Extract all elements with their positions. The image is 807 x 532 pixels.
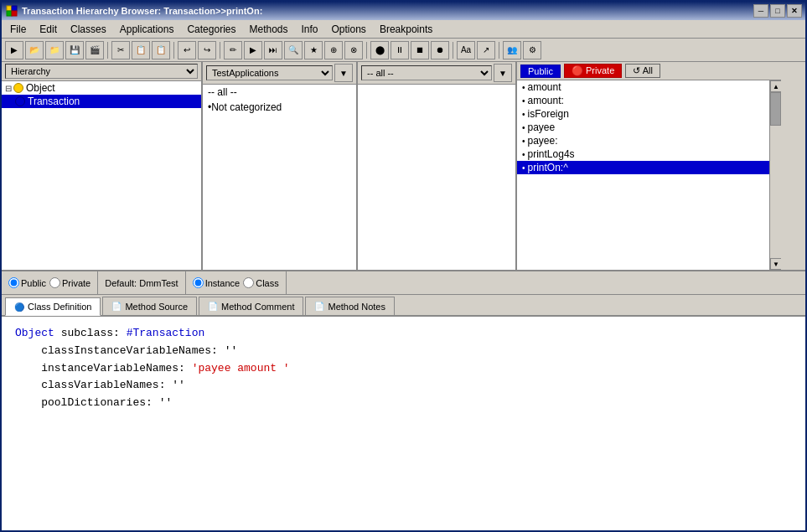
toolbar-btn-1[interactable]: ▶ [5,41,23,59]
toolbar-btn-3[interactable]: 📁 [45,41,64,59]
category-item-uncategorized[interactable]: •Not categorized [203,100,356,115]
menu-item-applications[interactable]: Applications [113,22,181,37]
method-item[interactable]: •payee: [517,134,769,147]
private-radio[interactable]: Private [49,277,91,288]
toolbar-btn-17[interactable]: ⊗ [344,41,363,59]
all-btn[interactable]: ↺ All [625,64,660,78]
window-controls: ─ □ ✕ [753,4,802,18]
menu-item-info[interactable]: Info [295,22,325,37]
class-radio[interactable]: Class [243,277,279,288]
menu-item-categories[interactable]: Categories [180,22,242,37]
toolbar-btn-12[interactable]: ▶ [244,41,262,59]
method-bullet: • [522,163,525,173]
code-line-5: poolDictionaries: '' [15,395,792,412]
methods-dropdown[interactable]: -- all -- [361,65,492,80]
toolbar-btn-24[interactable]: 👥 [503,41,521,59]
method-label: payee: [528,135,558,147]
toolbar: ▶ 📂 📁 💾 🎬 ✂ 📋 📋 ↩ ↪ ✏ ▶ ⏭ 🔍 ★ ⊕ ⊗ ⬤ ⏸ ⏹ … [2,39,805,62]
instance-radio[interactable]: Instance [193,277,241,288]
code-classinstance: classInstanceVariableNames: [15,344,225,357]
toolbar-btn-20[interactable]: ⏹ [411,41,429,59]
categories-dropdown[interactable]: TestApplications [206,65,333,80]
expand-icon: ⊟ [5,84,12,93]
public-btn[interactable]: Public [520,65,561,78]
menu-item-edit[interactable]: Edit [33,22,64,37]
toolbar-btn-6[interactable]: ✂ [111,41,130,59]
minimize-button[interactable]: ─ [753,4,768,18]
tab-method-notes[interactable]: 📄 Method Notes [305,297,394,315]
tree-panel: Hierarchy ⊟ Object Transaction [2,62,203,270]
right-scrollbar[interactable]: ▲ ▼ [769,80,781,270]
toolbar-btn-2[interactable]: 📂 [25,41,44,59]
instance-class-section: Instance Class [186,271,287,294]
toolbar-btn-16[interactable]: ⊕ [324,41,343,59]
method-label: amount: [528,95,564,106]
public-radio[interactable]: Public [8,277,46,288]
categories-dropdown-btn[interactable]: ▼ [334,64,353,82]
method-item[interactable]: •payee [517,121,769,134]
tab-method-comment[interactable]: 📄 Method Comment [199,297,303,315]
private-btn-icon: 🔴 [572,65,586,75]
toolbar-btn-9[interactable]: ↩ [178,41,196,59]
categories-scroll[interactable]: -- all -- •Not categorized [203,85,356,270]
tree-scroll[interactable]: ⊟ Object Transaction [2,81,201,270]
toolbar-sep-5 [453,42,453,59]
code-area[interactable]: Object subclass: #Transaction classInsta… [2,317,805,532]
top-panels: Hierarchy ⊟ Object Transaction [2,62,805,271]
scroll-up-btn[interactable]: ▲ [770,80,781,92]
methods-dropdown-btn[interactable]: ▼ [494,64,512,82]
method-item[interactable]: •printOn:^ [517,161,769,174]
code-object-keyword: Object [15,327,54,339]
method-label: printLog4s [528,148,575,160]
tree-dropdown[interactable]: Hierarchy [5,64,198,79]
tab-method-source[interactable]: 📄 Method Source [102,297,197,315]
methods-scroll[interactable] [358,85,515,270]
toolbar-btn-18[interactable]: ⬤ [370,41,389,59]
toolbar-btn-25[interactable]: ⚙ [523,41,541,59]
toolbar-btn-21[interactable]: ⏺ [431,41,449,59]
class-radio-label: Class [256,278,279,288]
toolbar-sep-1 [107,42,108,59]
toolbar-btn-7[interactable]: 📋 [132,41,150,59]
method-item[interactable]: •isForeign [517,107,769,121]
menu-item-options[interactable]: Options [325,22,373,37]
method-bullet: • [522,96,525,106]
code-pool-val: '' [159,396,173,409]
title-bar: Transaction Hierarchy Browser: Transacti… [2,2,805,20]
toolbar-btn-19[interactable]: ⏸ [391,41,409,59]
toolbar-btn-22[interactable]: Aa [457,41,475,59]
menu-bar: FileEditClassesApplicationsCategoriesMet… [2,20,805,39]
method-item[interactable]: •printLog4s [517,147,769,161]
toolbar-btn-14[interactable]: 🔍 [284,41,303,59]
menu-item-classes[interactable]: Classes [64,22,113,37]
maximize-button[interactable]: □ [770,4,785,18]
method-item[interactable]: •amount: [517,94,769,107]
svg-rect-1 [12,6,17,11]
right-panel: Public 🔴 Private ↺ All •amount•amount:•i… [517,62,781,270]
toolbar-btn-10[interactable]: ↪ [198,41,216,59]
private-btn[interactable]: 🔴 Private [564,64,622,78]
tree-item-object[interactable]: ⊟ Object [2,81,201,95]
menu-item-methods[interactable]: Methods [242,22,294,37]
menu-item-breakpoints[interactable]: Breakpoints [373,22,439,37]
tab-class-definition[interactable]: 🔵 Class Definition [5,297,101,316]
toolbar-btn-8[interactable]: 📋 [152,41,170,59]
toolbar-btn-13[interactable]: ⏭ [264,41,282,59]
toolbar-btn-15[interactable]: ★ [304,41,323,59]
category-item-all[interactable]: -- all -- [203,85,356,100]
toolbar-btn-11[interactable]: ✏ [224,41,242,59]
method-item[interactable]: •amount [517,80,769,94]
toolbar-btn-4[interactable]: 💾 [65,41,84,59]
close-button[interactable]: ✕ [787,4,802,18]
menu-item-file[interactable]: File [3,22,33,37]
tree-item-transaction[interactable]: Transaction [2,95,201,108]
scroll-down-btn[interactable]: ▼ [770,258,781,270]
tab-method-cmt-label: Method Comment [221,302,294,312]
toolbar-btn-23[interactable]: ↗ [477,41,495,59]
method-list-scroll[interactable]: •amount•amount:•isForeign•payee•payee:•p… [517,80,769,270]
tab-method-src-label: Method Source [125,302,188,312]
scroll-thumb[interactable] [770,92,781,126]
window-icon [5,4,18,18]
tab-method-notes-label: Method Notes [328,302,385,312]
toolbar-btn-5[interactable]: 🎬 [85,41,104,59]
